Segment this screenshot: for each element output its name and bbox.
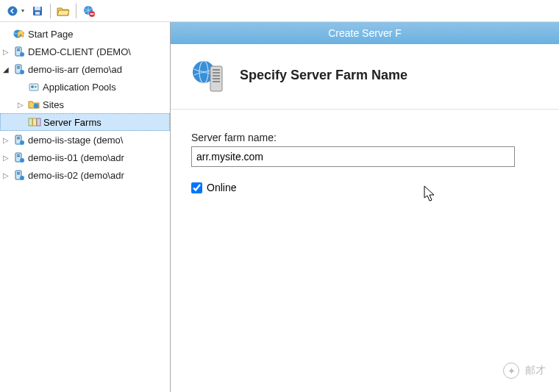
back-dropdown-icon[interactable]: ▾ <box>21 7 27 14</box>
create-server-farm-dialog: Create Server F Specify Server Farm Name <box>171 22 559 392</box>
server-icon <box>13 45 26 58</box>
form-area: Server farm name: Online <box>171 110 559 215</box>
svg-rect-39 <box>213 75 220 76</box>
svg-rect-23 <box>17 137 20 138</box>
expander-collapsed-icon[interactable]: ▷ <box>16 100 25 109</box>
tree-label: Sites <box>43 99 64 110</box>
app-pools-icon <box>27 80 40 93</box>
svg-rect-40 <box>213 78 220 79</box>
dialog-titlebar: Create Server F <box>171 22 559 44</box>
svg-rect-2 <box>35 7 40 10</box>
sites-folder-icon <box>27 98 40 111</box>
svg-rect-28 <box>17 156 20 157</box>
svg-rect-10 <box>17 50 20 51</box>
expander-expanded-icon[interactable]: ◢ <box>1 65 10 74</box>
server-farm-wizard-icon <box>191 57 227 93</box>
farm-name-label: Server farm name: <box>191 132 538 143</box>
expander-collapsed-icon[interactable]: ▷ <box>1 47 10 56</box>
tree-label: Application Pools <box>43 82 116 93</box>
svg-point-29 <box>20 158 24 163</box>
dialog-header: Specify Server Farm Name <box>171 44 559 110</box>
watermark-text: 邮才 <box>525 364 546 377</box>
spacer <box>17 118 26 126</box>
expander-collapsed-icon[interactable]: ▷ <box>1 135 10 144</box>
svg-rect-9 <box>17 49 20 49</box>
svg-rect-3 <box>35 12 40 15</box>
server-icon <box>13 151 26 164</box>
svg-point-33 <box>20 176 24 180</box>
svg-rect-20 <box>33 118 37 126</box>
svg-point-17 <box>31 85 34 88</box>
connections-tree: Start Page ▷ DEMO-CLIENT (DEMO\ ◢ demo-i… <box>0 22 171 392</box>
svg-point-25 <box>20 140 24 145</box>
wechat-icon: ✦ <box>503 363 519 379</box>
tree-server-farms[interactable]: Server Farms <box>0 113 170 131</box>
svg-rect-27 <box>17 154 20 155</box>
tree-label: demo-iis-stage (demo\ <box>28 135 123 146</box>
tree-label: demo-iis-01 (demo\adr <box>28 152 124 163</box>
tree-start-page[interactable]: Start Page <box>0 25 170 43</box>
dialog-title: Create Server F <box>328 27 402 39</box>
globe-stop-button[interactable] <box>81 3 97 19</box>
tree-demo-iis-stage[interactable]: ▷ demo-iis-stage (demo\ <box>0 131 170 149</box>
tree-app-pools[interactable]: Application Pools <box>0 78 170 96</box>
tree-label: Server Farms <box>43 117 102 128</box>
tree-label: Start Page <box>28 29 73 40</box>
svg-rect-31 <box>17 172 20 173</box>
expander-collapsed-icon[interactable]: ▷ <box>1 171 10 179</box>
toolbar-separator-2 <box>76 4 76 18</box>
svg-rect-14 <box>17 68 20 68</box>
home-icon <box>13 27 26 40</box>
tree-label: demo-iis-02 (demo\adr <box>28 170 124 181</box>
tree-demo-client[interactable]: ▷ DEMO-CLIENT (DEMO\ <box>0 43 170 60</box>
tree-sites[interactable]: ▷ Sites <box>0 96 170 113</box>
tree-label: DEMO-CLIENT (DEMO\ <box>28 46 131 57</box>
svg-rect-24 <box>17 138 20 139</box>
dialog-heading: Specify Server Farm Name <box>240 68 407 83</box>
server-icon <box>13 133 26 146</box>
back-button[interactable] <box>4 3 21 19</box>
toolbar-separator <box>50 4 51 18</box>
watermark: ✦ 邮才 <box>503 363 546 379</box>
open-button[interactable] <box>55 3 71 19</box>
svg-rect-13 <box>17 66 20 67</box>
svg-rect-38 <box>213 72 220 74</box>
server-icon <box>13 168 26 182</box>
toolbar: ▾ <box>0 0 559 22</box>
svg-point-11 <box>20 52 24 57</box>
tree-label: demo-iis-arr (demo\ad <box>28 64 122 75</box>
online-checkbox[interactable] <box>191 182 202 193</box>
svg-rect-32 <box>17 174 20 174</box>
farm-name-input[interactable] <box>191 146 515 167</box>
tree-demo-iis-01[interactable]: ▷ demo-iis-01 (demo\adr <box>0 149 170 166</box>
online-label: Online <box>207 182 236 193</box>
svg-point-15 <box>20 70 24 74</box>
svg-rect-21 <box>37 118 40 126</box>
svg-point-0 <box>8 6 18 15</box>
save-button[interactable] <box>29 3 46 19</box>
svg-point-18 <box>34 104 39 109</box>
svg-rect-19 <box>29 118 32 126</box>
svg-rect-41 <box>213 81 220 82</box>
svg-rect-6 <box>90 13 94 15</box>
tree-demo-iis-arr[interactable]: ◢ demo-iis-arr (demo\ad <box>0 60 170 78</box>
tree-demo-iis-02[interactable]: ▷ demo-iis-02 (demo\adr <box>0 166 170 184</box>
svg-rect-37 <box>213 69 220 71</box>
svg-rect-16 <box>29 84 38 90</box>
expander-collapsed-icon[interactable]: ▷ <box>1 153 10 162</box>
spacer <box>16 82 25 91</box>
spacer <box>1 29 10 38</box>
server-farms-icon <box>28 115 41 129</box>
server-icon <box>13 63 26 76</box>
